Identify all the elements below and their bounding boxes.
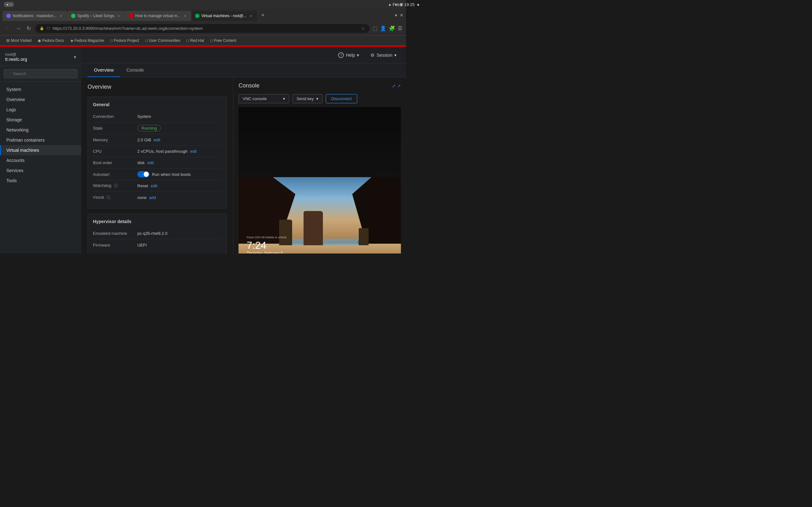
back-button[interactable]: ← [4,24,11,33]
overview-heading: Overview [88,83,227,92]
state-value: Running [137,125,221,131]
disconnect-button[interactable]: Disconnect [326,94,357,103]
bookmark-fedora-docs-label: Fedora Docs [42,38,64,43]
sidebar-item-overview[interactable]: Overview [0,95,81,105]
vnc-console-chevron-icon: ▾ [283,96,285,101]
memory-text: 2.0 GiB [137,137,151,142]
watchdog-label: Watchdog ⓘ [93,183,137,188]
bookmark-fedora-magazine[interactable]: ◈ Fedora Magazine [68,38,107,43]
tab-spotify-close[interactable]: ✕ [116,13,121,18]
connection-value: System [137,114,221,119]
sidebar-item-overview-label: Overview [6,97,25,102]
pocket-icon[interactable]: ⬚ [373,25,377,32]
sidebar-item-virtual-machines[interactable]: Virtual machines [0,145,81,155]
hypervisor-title: Hypervisor details [93,219,221,224]
sidebar-search-input[interactable] [4,69,78,78]
help-button[interactable]: ? Help ▾ [335,50,362,60]
tab-overflow-button[interactable]: ▾ [395,13,397,18]
window-close-button[interactable]: ✕ [400,13,403,18]
bookmark-user-communities[interactable]: □ User Communities [143,38,183,43]
security-icon: 🔒 [40,26,44,31]
sidebar-user-dropdown[interactable]: ▾ [74,55,76,60]
sidebar-item-accounts-label: Accounts [6,158,25,163]
autostart-toggle[interactable] [137,171,149,177]
bookmark-fedora-project[interactable]: □ Fedora Project [108,38,142,43]
connection-label: Connection [93,114,137,119]
menu-icon[interactable]: ☰ [398,25,402,32]
tab-mastodon[interactable]: Notifications · mastodon... ✕ [3,11,67,21]
sidebar-item-logs[interactable]: Logs [0,105,81,115]
sidebar-hostname: tt.neelc.org [5,57,27,62]
tab-howto-close[interactable]: ✕ [183,13,188,18]
vnc-screen[interactable]: Press Ctrl+Alt+Delete to unlock. 7:24 Th… [239,107,401,253]
cockpit-topbar: ? Help ▾ ⚙ Session ▾ [81,47,406,63]
sidebar-item-storage[interactable]: Storage [0,115,81,125]
cpu-row: CPU 2 vCPUs, host passthrough edit [93,146,221,157]
bookmark-fedora-magazine-label: Fedora Magazine [74,38,104,43]
cpu-edit-link[interactable]: edit [190,149,197,154]
url-bar[interactable]: 🔒 🛡 https://172.20.0.3:9090/machines#vm?… [35,24,369,33]
session-button[interactable]: ⚙ Session ▾ [367,51,400,60]
send-key-button[interactable]: Send key ▾ [293,94,322,103]
sidebar-item-services[interactable]: Services [0,165,81,176]
toolbar-icons: ⬚ 👤 🧩 ☰ [373,25,402,32]
sidebar-item-system[interactable]: System [0,84,81,95]
disconnect-label: Disconnect [331,96,351,101]
sidebar-item-networking[interactable]: Networking [0,125,81,135]
cpu-text: 2 vCPUs, host passthrough [137,149,188,154]
forward-button[interactable]: → [14,24,22,33]
lock-date: Thursday, February 8 [247,251,287,253]
bookmark-star-icon[interactable]: ☆ [361,26,365,31]
bookmark-red-hat-label: Red Hat [190,38,204,43]
session-label: Session [376,53,392,58]
os-window-controls[interactable]: ● ○ [4,2,14,7]
tab-console-label: Console [126,67,144,72]
tab-spotify[interactable]: Spotify – Liked Songs ✕ [67,11,125,21]
boot-order-label: Boot order [93,160,137,165]
sidebar-item-tools-label: Tools [6,178,17,183]
tab-console[interactable]: Console [120,63,150,77]
tab-spotify-label: Spotify – Liked Songs [78,14,114,18]
vnc-expand-icon[interactable]: ⤢ ↗ [392,83,401,89]
bookmark-free-content[interactable]: □ Free Content [208,38,239,43]
tab-howto[interactable]: How to manage virtual m... ✕ [125,11,191,21]
cpu-label: CPU [93,149,137,154]
sidebar-item-accounts[interactable]: Accounts [0,155,81,165]
vm-details-panel: Overview General Connection System State… [81,77,234,253]
sidebar-username: root@ [5,52,27,57]
new-tab-button[interactable]: + [258,11,267,20]
refresh-button[interactable]: ↻ [26,24,32,33]
tab-mastodon-close[interactable]: ✕ [58,13,63,18]
boot-order-edit-link[interactable]: edit [147,160,154,165]
profile-icon[interactable]: 👤 [380,25,386,32]
bookmark-most-visited[interactable]: ⊞ Most Visited [4,38,34,43]
firmware-value: UEFI [137,243,221,247]
send-key-label: Send key [297,96,314,101]
sidebar-item-services-label: Services [6,168,23,173]
lockscreen-bottom: Press Ctrl+Alt+Delete to unlock. 7:24 Th… [239,177,401,254]
watchdog-info-icon: ⓘ [114,183,118,188]
vsock-add-link[interactable]: add [149,195,156,200]
vnc-console-select[interactable]: VNC console ▾ [239,94,289,103]
memory-row: Memory 2.0 GiB edit [93,134,221,146]
session-icon: ⚙ [370,53,374,58]
sidebar-item-tools[interactable]: Tools [0,176,81,186]
vnc-console-label: VNC console [243,96,267,101]
tab-howto-icon [129,14,133,18]
sidebar-item-podman[interactable]: Podman containers [0,135,81,145]
watchdog-edit-link[interactable]: edit [151,183,157,188]
vm-tabs: Overview Console [81,63,406,77]
watchdog-row: Watchdog ⓘ Reset edit [93,180,221,192]
tab-vms-close[interactable]: ✕ [248,13,253,18]
memory-edit-link[interactable]: edit [154,137,160,142]
most-visited-icon: ⊞ [6,38,9,43]
bookmark-fedora-docs[interactable]: ◉ Fedora Docs [35,38,67,43]
extensions-icon[interactable]: 🧩 [389,25,395,32]
bookmark-red-hat[interactable]: □ Red Hat [184,38,206,43]
vsock-row: Vsock ⓘ none add [93,192,221,203]
tab-overview[interactable]: Overview [88,63,120,77]
lockscreen-top [239,107,401,177]
tab-mastodon-label: Notifications · mastodon... [13,14,56,18]
tab-vms[interactable]: Virtual machines - root@... ✕ [191,11,257,21]
bookmark-user-communities-label: User Communities [149,38,180,43]
